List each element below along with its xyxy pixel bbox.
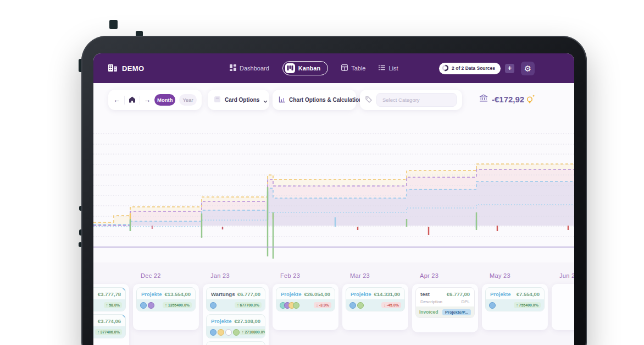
- avatar: [218, 329, 224, 336]
- card-value: €13.554,00: [164, 291, 191, 297]
- kanban-card[interactable]: Projekte€13.554,00↑ 1355400.0%: [136, 287, 196, 311]
- avatar-group: [210, 329, 240, 336]
- kanban-card[interactable]: zed€3.777,78↑ 58.0%: [93, 287, 126, 311]
- kanban-icon: [285, 63, 295, 73]
- kanban-column-panel: Projekte€13.554,00↑ 1355400.0%: [133, 284, 199, 330]
- kanban-column: Feb 23Projekte€26.054,00↓ -3.9%: [273, 272, 338, 330]
- change-badge: ↑ 1355400.0%: [163, 302, 192, 308]
- nav-label: Table: [351, 65, 365, 72]
- card-value: €3.777,78: [98, 291, 121, 297]
- kanban-card[interactable]: Projekte€14.331,00↓ -45.0%: [346, 287, 405, 311]
- avatar-group: [140, 302, 154, 309]
- change-badge: ↑ 677700.0%: [235, 302, 262, 308]
- kanban-column: May 23Projekte€7.554,00↑ 755400.0%: [482, 272, 548, 330]
- kanban-column-header: Dec 22: [141, 272, 199, 280]
- kanban-column-panel: Wartungsver...€6.777,00↑ 677700.0%Projek…: [203, 284, 269, 345]
- card-options-button[interactable]: Card Options: [208, 90, 269, 110]
- card-status-row: InvoicedProjekte/P...: [416, 306, 474, 317]
- app-screen: DEMO Dashboard Kanban: [93, 53, 574, 345]
- tablet-frame: DEMO Dashboard Kanban: [81, 36, 587, 345]
- app-header: DEMO Dashboard Kanban: [93, 53, 574, 83]
- kanban-card[interactable]: €3.774,06↑ 377406.0%: [93, 314, 126, 338]
- change-badge: ↑ 58.0%: [104, 302, 122, 308]
- kanban-card[interactable]: Abschlagzahl...€32.887,...: [206, 341, 265, 345]
- card-value: €27.108,00: [234, 318, 260, 324]
- kanban-column-panel: [552, 284, 574, 330]
- kanban-card[interactable]: Wartungsver...€6.777,00↑ 677700.0%: [206, 287, 265, 311]
- card-title: test: [420, 291, 430, 297]
- avatar-group: [280, 302, 299, 309]
- card-title-row: test€6.777,00: [416, 288, 474, 299]
- balance-total: -€172,92: [479, 94, 524, 104]
- avatar: [233, 329, 240, 336]
- nav-table[interactable]: Table: [341, 64, 365, 72]
- card-footer-row: ↓ -3.9%: [276, 299, 335, 311]
- card-value: €26.054,00: [304, 291, 330, 297]
- recurring-indicator: [122, 315, 125, 318]
- avatar: [489, 302, 496, 309]
- back-arrow-button[interactable]: ←: [113, 96, 120, 104]
- home-button[interactable]: [129, 95, 136, 105]
- nav-list[interactable]: List: [379, 65, 398, 72]
- kanban-column-panel: Projekte€14.331,00↓ -45.0%: [342, 284, 408, 330]
- settings-button[interactable]: ⚙: [521, 62, 535, 75]
- toggle-month[interactable]: Month: [154, 94, 175, 106]
- change-badge: ↑ 377406.0%: [95, 329, 122, 335]
- kanban-card[interactable]: Projekte€27.108,00↑ 2710800.0%: [206, 314, 265, 338]
- avatar: [225, 329, 232, 336]
- bar-chart-icon: [279, 95, 286, 105]
- toggle-year[interactable]: Year: [179, 94, 197, 106]
- header-actions: 2 of 2 Data Sources + ⚙: [439, 53, 535, 83]
- data-sources-button[interactable]: 2 of 2 Data Sources: [439, 63, 501, 74]
- bank-icon: [479, 94, 488, 104]
- category-tag: Projekte/P...: [442, 309, 471, 315]
- kanban-column-panel: zed€3.777,78↑ 58.0%€3.774,06↑ 377406.0%: [93, 284, 129, 345]
- add-data-source-button[interactable]: +: [505, 64, 514, 73]
- change-badge: ↓ -45.0%: [381, 302, 401, 308]
- kanban-card[interactable]: Projekte€7.554,00↑ 755400.0%: [485, 287, 545, 311]
- brand: DEMO: [108, 63, 145, 74]
- gear-icon: ⚙: [524, 64, 531, 73]
- kanban-column-header: Jan 23: [210, 272, 269, 280]
- card-value: €14.331,00: [374, 291, 400, 297]
- kanban-card[interactable]: test€6.777,00DescriptionDPLInvoicedProje…: [415, 287, 475, 318]
- nav-dashboard[interactable]: Dashboard: [230, 64, 269, 72]
- avatar: [349, 302, 356, 309]
- card-title-row: Projekte€27.108,00: [207, 315, 265, 326]
- divider: [140, 96, 140, 105]
- data-sources-label: 2 of 2 Data Sources: [452, 65, 495, 71]
- card-value: €7.554,00: [517, 291, 540, 297]
- card-options-icon: [214, 95, 221, 105]
- category-select-input[interactable]: Select Category: [376, 93, 457, 107]
- chart-options-button[interactable]: Chart Options & Calculations: [273, 90, 356, 110]
- forward-arrow-button[interactable]: →: [143, 96, 151, 104]
- card-title: Projekte: [281, 291, 302, 297]
- kanban-column-header: Jun 23: [559, 272, 574, 280]
- kanban-column: Apr 23test€6.777,00DescriptionDPLInvoice…: [412, 272, 478, 332]
- device-button: [109, 20, 118, 29]
- kanban-column: Dec 22Projekte€13.554,00↑ 1355400.0%: [133, 272, 199, 330]
- kanban-column: Mar 23Projekte€14.331,00↓ -45.0%: [342, 272, 408, 330]
- kanban-column-panel: Projekte€26.054,00↓ -3.9%: [273, 284, 338, 330]
- nav-label: Dashboard: [240, 65, 269, 72]
- list-icon: [379, 65, 385, 72]
- card-value: €6.777,00: [237, 291, 260, 297]
- table-icon: [341, 64, 348, 72]
- kanban-column-header: Feb 23: [280, 272, 338, 280]
- balance-value: -€172,92: [492, 95, 524, 104]
- nav-kanban[interactable]: Kanban: [282, 61, 328, 75]
- card-title-row: Projekte€14.331,00: [346, 288, 404, 299]
- cashflow-forecast-chart: [93, 111, 574, 260]
- toolbar: ← → Month Year Card Options: [93, 90, 574, 111]
- card-value: €3.774,06: [98, 318, 121, 324]
- card-title-row: Projekte€26.054,00: [276, 288, 335, 299]
- kanban-column-panel: Projekte€7.554,00↑ 755400.0%: [482, 284, 548, 330]
- card-title-row: Wartungsver...€6.777,00: [207, 288, 265, 299]
- kanban-card[interactable]: Projekte€26.054,00↓ -3.9%: [276, 287, 335, 311]
- lightbulb-tip-button[interactable]: [525, 95, 535, 107]
- kanban-column: zed€3.777,78↑ 58.0%€3.774,06↑ 377406.0%: [93, 272, 129, 345]
- card-title-row: Abschlagzahl...€32.887,...: [207, 342, 265, 345]
- card-title-row: Projekte€13.554,00: [137, 288, 195, 299]
- dashboard-icon: [230, 64, 236, 72]
- page: { "header": { "app_name": "DEMO", "nav":…: [0, 0, 644, 345]
